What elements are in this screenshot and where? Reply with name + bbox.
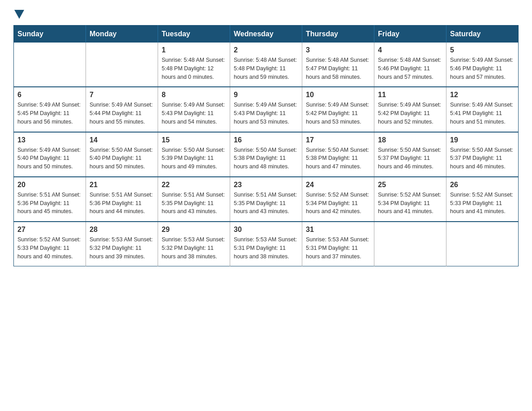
day-info: Sunrise: 5:49 AM Sunset: 5:46 PM Dayligh…: [450, 56, 515, 81]
day-number: 7: [90, 91, 154, 99]
day-info: Sunrise: 5:49 AM Sunset: 5:43 PM Dayligh…: [234, 101, 298, 126]
header-sunday: Sunday: [14, 26, 86, 43]
day-number: 1: [162, 46, 226, 54]
day-number: 9: [234, 91, 298, 99]
day-info: Sunrise: 5:49 AM Sunset: 5:45 PM Dayligh…: [17, 101, 82, 126]
day-number: 10: [306, 91, 370, 99]
week-row-5: 27Sunrise: 5:52 AM Sunset: 5:33 PM Dayli…: [14, 222, 519, 266]
day-cell: 1Sunrise: 5:48 AM Sunset: 5:48 PM Daylig…: [158, 43, 230, 87]
day-cell: 22Sunrise: 5:51 AM Sunset: 5:35 PM Dayli…: [158, 177, 230, 222]
day-cell: 11Sunrise: 5:49 AM Sunset: 5:42 PM Dayli…: [374, 87, 446, 132]
day-cell: 3Sunrise: 5:48 AM Sunset: 5:47 PM Daylig…: [302, 43, 374, 87]
day-number: 31: [306, 226, 370, 234]
day-number: 14: [90, 136, 154, 144]
day-info: Sunrise: 5:50 AM Sunset: 5:37 PM Dayligh…: [378, 146, 442, 171]
day-number: 15: [162, 136, 226, 144]
day-info: Sunrise: 5:50 AM Sunset: 5:40 PM Dayligh…: [90, 146, 154, 171]
day-number: 28: [90, 226, 154, 234]
calendar-table: SundayMondayTuesdayWednesdayThursdayFrid…: [13, 25, 519, 266]
day-number: 6: [17, 91, 82, 99]
day-cell: 23Sunrise: 5:51 AM Sunset: 5:35 PM Dayli…: [230, 177, 302, 222]
day-cell: [14, 43, 86, 87]
header-saturday: Saturday: [446, 26, 519, 43]
day-number: 30: [234, 226, 298, 234]
day-cell: [86, 43, 158, 87]
day-info: Sunrise: 5:49 AM Sunset: 5:42 PM Dayligh…: [378, 101, 442, 126]
day-info: Sunrise: 5:49 AM Sunset: 5:43 PM Dayligh…: [162, 101, 226, 126]
day-cell: 21Sunrise: 5:51 AM Sunset: 5:36 PM Dayli…: [86, 177, 158, 222]
day-cell: 10Sunrise: 5:49 AM Sunset: 5:42 PM Dayli…: [302, 87, 374, 132]
day-info: Sunrise: 5:50 AM Sunset: 5:38 PM Dayligh…: [306, 146, 370, 171]
header-thursday: Thursday: [302, 26, 374, 43]
day-info: Sunrise: 5:50 AM Sunset: 5:39 PM Dayligh…: [162, 146, 226, 171]
day-cell: 9Sunrise: 5:49 AM Sunset: 5:43 PM Daylig…: [230, 87, 302, 132]
day-info: Sunrise: 5:48 AM Sunset: 5:46 PM Dayligh…: [378, 56, 442, 81]
day-info: Sunrise: 5:48 AM Sunset: 5:48 PM Dayligh…: [234, 56, 298, 81]
day-cell: 6Sunrise: 5:49 AM Sunset: 5:45 PM Daylig…: [14, 87, 86, 132]
day-number: 2: [234, 46, 298, 54]
day-info: Sunrise: 5:52 AM Sunset: 5:33 PM Dayligh…: [17, 235, 82, 261]
header-row: SundayMondayTuesdayWednesdayThursdayFrid…: [14, 26, 519, 43]
day-info: Sunrise: 5:51 AM Sunset: 5:36 PM Dayligh…: [90, 191, 154, 216]
day-info: Sunrise: 5:48 AM Sunset: 5:47 PM Dayligh…: [306, 56, 370, 81]
header-tuesday: Tuesday: [158, 26, 230, 43]
logo: [13, 9, 24, 17]
day-cell: [374, 222, 446, 266]
day-cell: 17Sunrise: 5:50 AM Sunset: 5:38 PM Dayli…: [302, 132, 374, 177]
day-info: Sunrise: 5:53 AM Sunset: 5:31 PM Dayligh…: [306, 235, 370, 261]
day-number: 25: [378, 181, 442, 189]
day-cell: 28Sunrise: 5:53 AM Sunset: 5:32 PM Dayli…: [86, 222, 158, 266]
day-info: Sunrise: 5:53 AM Sunset: 5:32 PM Dayligh…: [90, 235, 154, 261]
day-info: Sunrise: 5:48 AM Sunset: 5:48 PM Dayligh…: [162, 56, 226, 81]
day-number: 26: [450, 181, 515, 189]
day-number: 4: [378, 46, 442, 54]
page-header: [13, 9, 519, 17]
day-info: Sunrise: 5:50 AM Sunset: 5:37 PM Dayligh…: [450, 146, 515, 171]
day-cell: 30Sunrise: 5:53 AM Sunset: 5:31 PM Dayli…: [230, 222, 302, 266]
week-row-3: 13Sunrise: 5:49 AM Sunset: 5:40 PM Dayli…: [14, 132, 519, 177]
day-cell: 31Sunrise: 5:53 AM Sunset: 5:31 PM Dayli…: [302, 222, 374, 266]
day-info: Sunrise: 5:49 AM Sunset: 5:44 PM Dayligh…: [90, 101, 154, 126]
week-row-1: 1Sunrise: 5:48 AM Sunset: 5:48 PM Daylig…: [14, 43, 519, 87]
week-row-2: 6Sunrise: 5:49 AM Sunset: 5:45 PM Daylig…: [14, 87, 519, 132]
day-number: 3: [306, 46, 370, 54]
day-cell: 5Sunrise: 5:49 AM Sunset: 5:46 PM Daylig…: [446, 43, 519, 87]
day-info: Sunrise: 5:49 AM Sunset: 5:41 PM Dayligh…: [450, 101, 515, 126]
day-cell: 8Sunrise: 5:49 AM Sunset: 5:43 PM Daylig…: [158, 87, 230, 132]
day-info: Sunrise: 5:51 AM Sunset: 5:35 PM Dayligh…: [162, 191, 226, 216]
day-cell: 4Sunrise: 5:48 AM Sunset: 5:46 PM Daylig…: [374, 43, 446, 87]
day-number: 20: [17, 181, 82, 189]
day-cell: 2Sunrise: 5:48 AM Sunset: 5:48 PM Daylig…: [230, 43, 302, 87]
day-cell: 16Sunrise: 5:50 AM Sunset: 5:38 PM Dayli…: [230, 132, 302, 177]
day-number: 18: [378, 136, 442, 144]
day-info: Sunrise: 5:52 AM Sunset: 5:33 PM Dayligh…: [450, 191, 515, 216]
header-monday: Monday: [86, 26, 158, 43]
day-cell: 15Sunrise: 5:50 AM Sunset: 5:39 PM Dayli…: [158, 132, 230, 177]
week-row-4: 20Sunrise: 5:51 AM Sunset: 5:36 PM Dayli…: [14, 177, 519, 222]
day-info: Sunrise: 5:51 AM Sunset: 5:36 PM Dayligh…: [17, 191, 82, 216]
day-cell: 24Sunrise: 5:52 AM Sunset: 5:34 PM Dayli…: [302, 177, 374, 222]
day-cell: 19Sunrise: 5:50 AM Sunset: 5:37 PM Dayli…: [446, 132, 519, 177]
day-cell: 20Sunrise: 5:51 AM Sunset: 5:36 PM Dayli…: [14, 177, 86, 222]
day-number: 27: [17, 226, 82, 234]
day-cell: 29Sunrise: 5:53 AM Sunset: 5:32 PM Dayli…: [158, 222, 230, 266]
day-info: Sunrise: 5:53 AM Sunset: 5:32 PM Dayligh…: [162, 235, 226, 261]
day-number: 23: [234, 181, 298, 189]
header-friday: Friday: [374, 26, 446, 43]
day-info: Sunrise: 5:51 AM Sunset: 5:35 PM Dayligh…: [234, 191, 298, 216]
day-info: Sunrise: 5:49 AM Sunset: 5:40 PM Dayligh…: [17, 146, 82, 171]
day-number: 21: [90, 181, 154, 189]
header-wednesday: Wednesday: [230, 26, 302, 43]
day-info: Sunrise: 5:52 AM Sunset: 5:34 PM Dayligh…: [306, 191, 370, 216]
day-cell: 14Sunrise: 5:50 AM Sunset: 5:40 PM Dayli…: [86, 132, 158, 177]
day-cell: 27Sunrise: 5:52 AM Sunset: 5:33 PM Dayli…: [14, 222, 86, 266]
day-number: 17: [306, 136, 370, 144]
day-cell: 12Sunrise: 5:49 AM Sunset: 5:41 PM Dayli…: [446, 87, 519, 132]
day-cell: 26Sunrise: 5:52 AM Sunset: 5:33 PM Dayli…: [446, 177, 519, 222]
day-cell: 18Sunrise: 5:50 AM Sunset: 5:37 PM Dayli…: [374, 132, 446, 177]
day-cell: [446, 222, 519, 266]
day-number: 19: [450, 136, 515, 144]
day-number: 5: [450, 46, 515, 54]
day-number: 8: [162, 91, 226, 99]
day-info: Sunrise: 5:50 AM Sunset: 5:38 PM Dayligh…: [234, 146, 298, 171]
